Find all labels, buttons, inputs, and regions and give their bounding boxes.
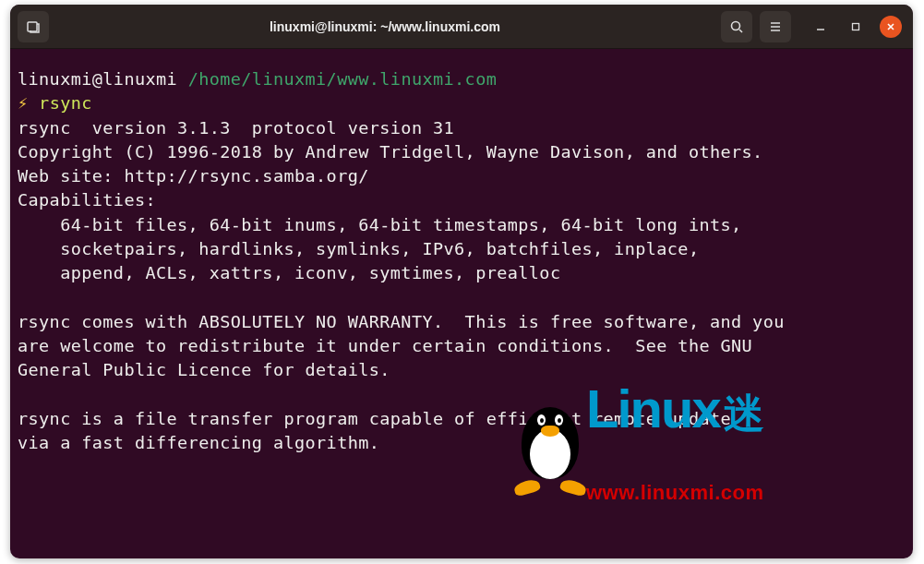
svg-rect-0: [28, 22, 37, 31]
prompt-user-host: linuxmi@linuxmi: [18, 69, 177, 89]
command-text: rsync: [39, 93, 92, 113]
close-button[interactable]: [880, 16, 902, 38]
new-tab-button[interactable]: [18, 11, 49, 42]
search-button[interactable]: [721, 11, 752, 42]
output-line: rsync version 3.1.3 protocol version 31: [18, 118, 454, 138]
maximize-button[interactable]: [845, 16, 867, 38]
output-line: append, ACLs, xattrs, iconv, symtimes, p…: [18, 263, 560, 282]
output-line: Web site: http://rsync.samba.org/: [18, 166, 369, 186]
svg-point-1: [732, 21, 740, 30]
svg-rect-2: [853, 23, 859, 30]
output-line: are welcome to redistribute it under cer…: [18, 336, 752, 355]
output-line: rsync comes with ABSOLUTELY NO WARRANTY.…: [18, 312, 785, 331]
output-line: socketpairs, hardlinks, symlinks, IPv6, …: [18, 239, 699, 258]
terminal-window: linuxmi@linuxmi: ~/www.linuxmi.com: [10, 5, 913, 558]
watermark: Linux迷 www.linuxmi.com: [509, 390, 906, 501]
terminal-output[interactable]: linuxmi@linuxmi /home/linuxmi/www.linuxm…: [10, 49, 913, 558]
output-line: 64-bit files, 64-bit inums, 64-bit times…: [18, 215, 742, 234]
titlebar: linuxmi@linuxmi: ~/www.linuxmi.com: [10, 5, 913, 49]
window-title: linuxmi@linuxmi: ~/www.linuxmi.com: [56, 19, 714, 34]
output-line: Copyright (C) 1996-2018 by Andrew Tridge…: [18, 142, 763, 162]
minimize-button[interactable]: [810, 16, 832, 38]
output-line: Capabilities:: [18, 190, 156, 210]
watermark-url: www.linuxmi.com: [586, 478, 764, 507]
prompt-symbol: ⚡: [18, 93, 29, 113]
output-line: General Public Licence for details.: [18, 360, 390, 379]
output-line: via a fast differencing algorithm.: [18, 433, 379, 452]
prompt-path: /home/linuxmi/www.linuxmi.com: [188, 69, 498, 89]
menu-button[interactable]: [760, 11, 791, 42]
output-line: rsync is a file transfer program capable…: [18, 409, 731, 428]
